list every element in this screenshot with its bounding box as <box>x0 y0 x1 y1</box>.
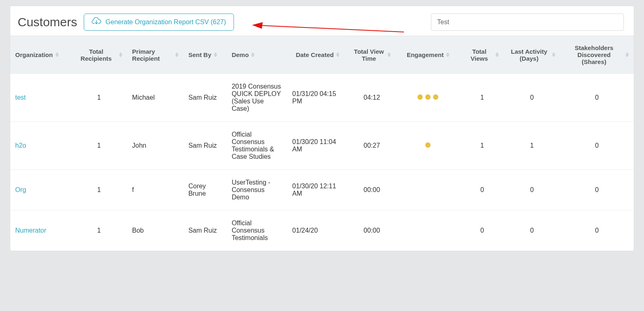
engagement-cell <box>396 170 461 210</box>
col-header-total_view_time[interactable]: Total View Time <box>348 36 396 74</box>
engagement-dot <box>433 94 438 100</box>
sort-icon <box>251 53 254 57</box>
col-header-engagement[interactable]: Engagement <box>396 36 461 74</box>
date-created-cell: 01/30/20 11:04 AM <box>287 122 348 170</box>
demo-cell: Official Consensus Testimonials <box>227 210 287 251</box>
engagement-cell <box>396 74 461 122</box>
col-header-stakeholders[interactable]: Stakeholders Discovered (Shares) <box>560 36 634 74</box>
date-created-cell: 01/31/20 04:15 PM <box>287 74 348 122</box>
stakeholders-cell: 0 <box>560 210 634 251</box>
total-views-cell: 0 <box>461 170 504 210</box>
card-header: Customers Generate Organization Report C… <box>10 6 634 36</box>
total-recipients-cell: 1 <box>71 74 127 122</box>
date-created-cell: 01/30/20 12:11 AM <box>287 170 348 210</box>
engagement-dot <box>417 94 423 100</box>
col-header-label: Organization <box>15 51 53 58</box>
customers-table: OrganizationTotal RecipientsPrimary Reci… <box>10 36 634 251</box>
col-header-sent_by[interactable]: Sent By <box>183 36 227 74</box>
total-views-cell: 1 <box>461 122 504 170</box>
sort-icon <box>626 53 629 57</box>
col-header-label: Last Activity (Days) <box>509 48 549 62</box>
total-view-time-cell: 04:12 <box>348 74 396 122</box>
col-header-label: Date Created <box>296 51 334 58</box>
demo-cell: UserTesting - Consensus Demo <box>227 170 287 210</box>
col-header-label: Sent By <box>188 51 211 58</box>
organization-link[interactable]: Numerator <box>15 227 46 234</box>
sort-icon <box>446 53 449 57</box>
date-created-cell: 01/24/20 <box>287 210 348 251</box>
engagement-cell <box>396 210 461 251</box>
col-header-label: Total Recipients <box>76 48 117 62</box>
sent-by-cell: Sam Ruiz <box>183 74 227 122</box>
col-header-label: Demo <box>231 51 249 58</box>
col-header-date_created[interactable]: Date Created <box>287 36 348 74</box>
sort-icon <box>336 53 339 57</box>
generate-csv-label: Generate Organization Report CSV (627) <box>105 18 226 26</box>
total-view-time-cell: 00:27 <box>348 122 396 170</box>
total-views-cell: 1 <box>461 74 504 122</box>
stakeholders-cell: 0 <box>560 170 634 210</box>
demo-cell: Official Consensus Testimonials & Case S… <box>227 122 287 170</box>
engagement-cell <box>396 122 461 170</box>
total-view-time-cell: 00:00 <box>348 210 396 251</box>
sort-icon <box>387 53 391 57</box>
generate-csv-button[interactable]: Generate Organization Report CSV (627) <box>84 14 234 31</box>
last-activity-cell: 0 <box>504 210 560 251</box>
stakeholders-cell: 0 <box>560 74 634 122</box>
total-view-time-cell: 00:00 <box>348 170 396 210</box>
engagement-dot <box>425 94 431 100</box>
col-header-organization[interactable]: Organization <box>10 36 71 74</box>
table-body: test1MichaelSam Ruiz2019 Consensus QUICK… <box>10 74 634 251</box>
last-activity-cell: 0 <box>504 74 560 122</box>
total-recipients-cell: 1 <box>71 170 127 210</box>
engagement-dots <box>425 142 431 148</box>
table-row: Org1fCorey BruneUserTesting - Consensus … <box>10 170 634 210</box>
engagement-dots <box>417 94 438 100</box>
col-header-label: Primary Recipient <box>132 48 173 62</box>
organization-link[interactable]: test <box>15 94 26 101</box>
sort-icon <box>214 53 217 57</box>
col-header-demo[interactable]: Demo <box>227 36 287 74</box>
organization-link[interactable]: h2o <box>15 142 26 149</box>
table-container: OrganizationTotal RecipientsPrimary Reci… <box>10 36 634 251</box>
primary-recipient-cell: f <box>127 170 183 210</box>
total-views-cell: 0 <box>461 210 504 251</box>
sent-by-cell: Sam Ruiz <box>183 122 227 170</box>
col-header-label: Total View Time <box>353 48 385 62</box>
stakeholders-cell: 0 <box>560 122 634 170</box>
page-title: Customers <box>18 15 77 29</box>
primary-recipient-cell: Michael <box>127 74 183 122</box>
last-activity-cell: 0 <box>504 170 560 210</box>
table-row: test1MichaelSam Ruiz2019 Consensus QUICK… <box>10 74 634 122</box>
col-header-label: Stakeholders Discovered (Shares) <box>565 44 623 65</box>
sort-icon <box>175 53 179 57</box>
engagement-dot <box>425 142 431 148</box>
sent-by-cell: Corey Brune <box>183 170 227 210</box>
search-input[interactable] <box>431 14 624 31</box>
total-recipients-cell: 1 <box>71 122 127 170</box>
customers-card: Customers Generate Organization Report C… <box>10 6 634 251</box>
sort-icon <box>119 53 122 57</box>
sort-icon <box>495 53 499 57</box>
table-head: OrganizationTotal RecipientsPrimary Reci… <box>10 36 634 74</box>
total-recipients-cell: 1 <box>71 210 127 251</box>
cloud-download-icon <box>92 17 101 27</box>
table-row: h2o1JohnSam RuizOfficial Consensus Testi… <box>10 122 634 170</box>
col-header-last_activity[interactable]: Last Activity (Days) <box>504 36 560 74</box>
organization-link[interactable]: Org <box>15 186 26 193</box>
last-activity-cell: 1 <box>504 122 560 170</box>
sort-icon <box>552 53 555 57</box>
col-header-label: Engagement <box>407 51 444 58</box>
primary-recipient-cell: John <box>127 122 183 170</box>
table-row: Numerator1BobSam RuizOfficial Consensus … <box>10 210 634 251</box>
col-header-total_views[interactable]: Total Views <box>461 36 504 74</box>
col-header-total_recipients[interactable]: Total Recipients <box>71 36 127 74</box>
col-header-label: Total Views <box>465 48 493 62</box>
col-header-primary_recipient[interactable]: Primary Recipient <box>127 36 183 74</box>
demo-cell: 2019 Consensus QUICK DEPLOY (Sales Use C… <box>227 74 287 122</box>
sent-by-cell: Sam Ruiz <box>183 210 227 251</box>
sort-icon <box>55 53 59 57</box>
primary-recipient-cell: Bob <box>127 210 183 251</box>
